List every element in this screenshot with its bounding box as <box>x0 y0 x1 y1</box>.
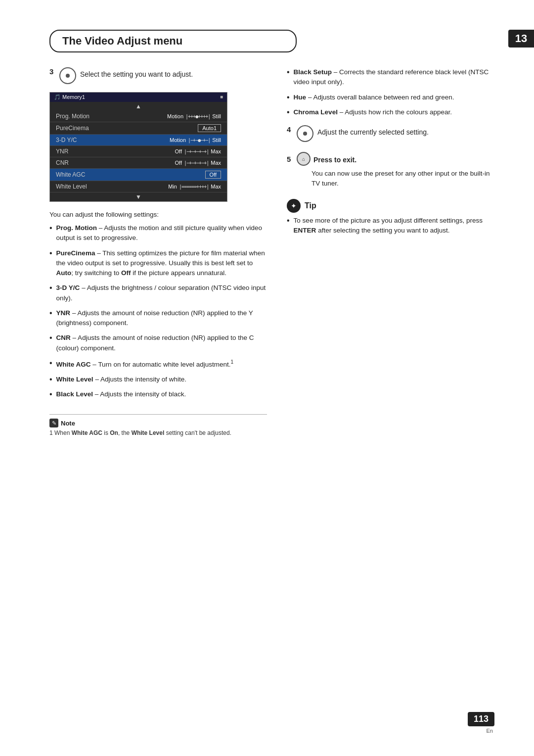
step-3: 3 Select the setting you want to adjust. <box>49 67 267 84</box>
tip-title: Tip <box>305 201 316 210</box>
tip-content: To see more of the picture as you adjust… <box>287 216 494 236</box>
tip-box: ✦ Tip To see more of the picture as you … <box>287 199 494 236</box>
bullet-text: PureCinema – This setting optimizes the … <box>56 248 267 279</box>
step-3-icon <box>59 67 76 84</box>
bullet-3dyc: 3-D Y/C – Adjusts the brightness / colou… <box>49 283 267 303</box>
step-3-number: 3 <box>49 67 56 76</box>
step-5: 5 ⌂ Press to exit. <box>287 152 494 166</box>
menu-titlebar: 🎵 Memory1 ■ <box>50 93 227 102</box>
right-column: Black Setup – Corrects the standard refe… <box>287 67 494 436</box>
menu-arrow-up: ▲ <box>50 102 227 111</box>
bullet-text: YNR – Adjusts the amount of noise reduct… <box>56 308 267 329</box>
menu-row-white-agc: White AGC Off <box>50 169 227 181</box>
tip-header: ✦ Tip <box>287 199 494 213</box>
step-4-number: 4 <box>287 125 294 134</box>
menu-row-purecinema: PureCinema Auto1 <box>50 122 227 135</box>
bullet-text: 3-D Y/C – Adjusts the brightness / colou… <box>56 283 267 303</box>
step-4: 4 Adjust the currently selected setting. <box>287 125 494 142</box>
home-icon: ⌂ <box>297 152 311 166</box>
bullet-text: White Level – Adjusts the intensity of w… <box>56 375 186 384</box>
step-5-number: 5 <box>287 155 294 163</box>
menu-row-cnr: CNR Off |−+−+−+−+| Max <box>50 157 227 169</box>
note-label: Note <box>61 420 75 427</box>
bullet-ynr: YNR – Adjusts the amount of noise reduct… <box>49 308 267 329</box>
menu-close-icon: ■ <box>220 94 223 100</box>
bullet-text: Black Setup – Corrects the standard refe… <box>294 67 494 88</box>
tip-item-1: To see more of the picture as you adjust… <box>287 216 494 236</box>
step-5-label: Press to exit. <box>313 153 356 165</box>
intro-text: You can adjust the following settings: <box>49 211 267 218</box>
page-title: The Video Adjust menu <box>62 35 182 47</box>
menu-row-ynr: YNR Off |−+−+−+−+| Max <box>50 146 227 157</box>
bullet-text: Chroma Level – Adjusts how rich the colo… <box>294 107 452 117</box>
bullet-cnr: CNR – Adjusts the amount of noise reduct… <box>49 333 267 353</box>
bullet-text: Black Level – Adjusts the intensity of b… <box>56 389 186 399</box>
bullet-hue: Hue – Adjusts overall balance between re… <box>287 93 494 102</box>
note-header: ✎ Note <box>49 419 267 427</box>
step-4-icon <box>297 125 313 142</box>
menu-row-prog-motion: Prog. Motion Motion |+++●++++| Still <box>50 111 227 122</box>
right-bullet-list: Black Setup – Corrects the standard refe… <box>287 67 494 117</box>
left-column: 3 Select the setting you want to adjust.… <box>49 67 267 436</box>
step-5-detail: You can now use the preset for any other… <box>312 169 494 189</box>
bullet-prog-motion: Prog. Motion – Adjusts the motion and st… <box>49 223 267 243</box>
step-3-text: Select the setting you want to adjust. <box>80 67 193 80</box>
step-4-text: Adjust the currently selected setting. <box>317 125 429 138</box>
tip-text: To see more of the picture as you adjust… <box>294 216 494 236</box>
menu-arrow-down: ▼ <box>50 192 227 201</box>
bullet-chroma-level: Chroma Level – Adjusts how rich the colo… <box>287 107 494 117</box>
menu-screenshot: 🎵 Memory1 ■ ▲ Prog. Motion Motion |+++●+… <box>49 92 227 202</box>
page-lang: En <box>487 728 493 734</box>
bullet-black-setup: Black Setup – Corrects the standard refe… <box>287 67 494 88</box>
bullet-purecinema: PureCinema – This setting optimizes the … <box>49 248 267 279</box>
note-section: ✎ Note 1 When White AGC is On, the White… <box>49 414 267 436</box>
note-icon: ✎ <box>49 419 58 427</box>
menu-row-white-level: White Level Min |======++++| Max <box>50 181 227 192</box>
bullet-text: White AGC – Turn on for automatic white … <box>56 358 233 370</box>
chapter-badge: 13 <box>508 30 534 47</box>
left-bullet-list: Prog. Motion – Adjusts the motion and st… <box>49 223 267 399</box>
menu-row-3dyc: 3-D Y/C Motion |−+−●−+−| Still <box>50 135 227 146</box>
bullet-text: Hue – Adjusts overall balance between re… <box>294 93 454 102</box>
page-number: 113 <box>468 712 494 726</box>
tip-icon: ✦ <box>287 199 301 213</box>
bullet-text: Prog. Motion – Adjusts the motion and st… <box>56 223 267 243</box>
bullet-text: CNR – Adjusts the amount of noise reduct… <box>56 333 267 353</box>
bullet-white-agc: White AGC – Turn on for automatic white … <box>49 358 267 370</box>
bullet-black-level: Black Level – Adjusts the intensity of b… <box>49 389 267 399</box>
menu-title: 🎵 Memory1 <box>54 94 85 100</box>
page-title-box: The Video Adjust menu <box>49 30 297 52</box>
note-text: 1 When White AGC is On, the White Level … <box>49 429 267 436</box>
bullet-white-level: White Level – Adjusts the intensity of w… <box>49 375 267 384</box>
